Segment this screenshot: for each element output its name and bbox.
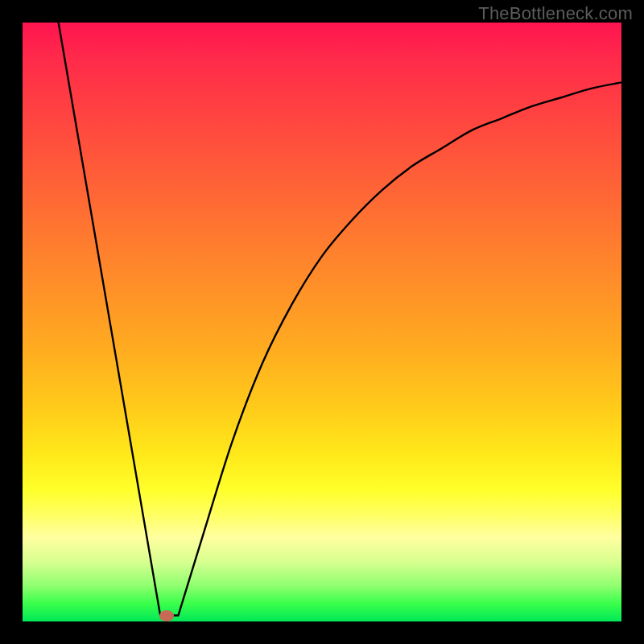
bottleneck-curve: [23, 23, 621, 621]
chart-frame: TheBottleneck.com: [0, 0, 644, 644]
plot-area: [23, 23, 621, 621]
curve-path: [59, 23, 621, 616]
watermark-text: TheBottleneck.com: [0, 3, 633, 24]
min-point-marker: [159, 610, 174, 621]
